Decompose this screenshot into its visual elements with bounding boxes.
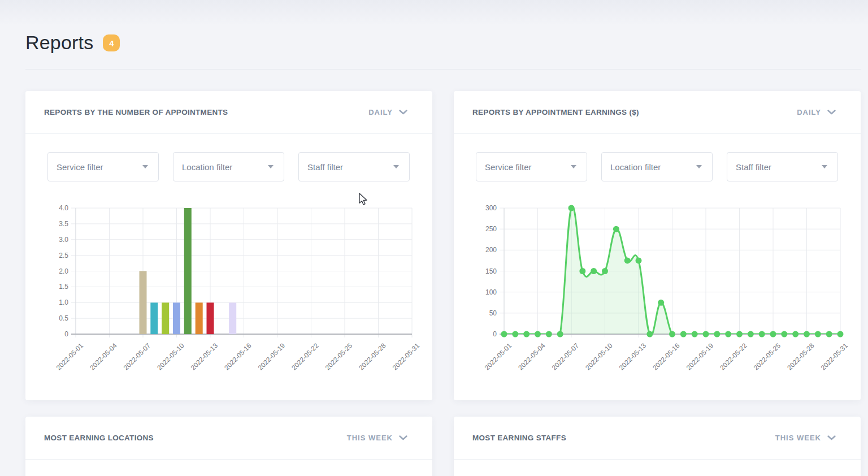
card-header-divider xyxy=(25,133,432,134)
earnings-line-chart: 2022-05-012022-05-042022-05-072022-05-10… xyxy=(454,196,861,386)
card-title: REPORTS BY APPOINTMENT EARNINGS ($) xyxy=(472,108,639,116)
period-selector[interactable]: THIS WEEK xyxy=(775,434,836,442)
location-filter-select[interactable]: Location filter xyxy=(601,152,713,181)
period-selector[interactable]: DAILY xyxy=(368,108,407,116)
svg-text:1.0: 1.0 xyxy=(59,298,68,306)
svg-text:3.0: 3.0 xyxy=(59,236,68,244)
chevron-down-icon xyxy=(399,110,407,115)
location-filter-select[interactable]: Location filter xyxy=(173,152,284,181)
chevron-down-icon xyxy=(399,435,407,440)
svg-text:2022-05-22: 2022-05-22 xyxy=(718,341,749,372)
card-most-earning-staffs: MOST EARNING STAFFS THIS WEEK xyxy=(454,417,861,476)
svg-text:2022-05-16: 2022-05-16 xyxy=(651,341,682,372)
card-header-divider xyxy=(25,459,432,460)
svg-text:2022-05-01: 2022-05-01 xyxy=(483,341,514,372)
filter-label: Staff filter xyxy=(307,162,343,172)
caret-down-icon xyxy=(268,165,274,168)
svg-text:2022-05-04: 2022-05-04 xyxy=(88,341,119,372)
svg-text:2022-05-28: 2022-05-28 xyxy=(785,341,816,372)
svg-text:200: 200 xyxy=(485,246,497,254)
service-filter-select[interactable]: Service filter xyxy=(47,152,159,181)
svg-text:2022-05-22: 2022-05-22 xyxy=(290,341,320,372)
appointments-bar-chart: 2022-05-012022-05-042022-05-072022-05-10… xyxy=(25,196,432,386)
filter-label: Staff filter xyxy=(736,162,771,172)
svg-text:2022-05-19: 2022-05-19 xyxy=(685,341,715,372)
card-header: MOST EARNING LOCATIONS THIS WEEK xyxy=(25,417,432,459)
period-selector[interactable]: DAILY xyxy=(797,108,836,116)
svg-text:2022-05-19: 2022-05-19 xyxy=(257,341,287,372)
filter-label: Service filter xyxy=(485,162,532,172)
caret-down-icon xyxy=(822,165,827,168)
svg-text:50: 50 xyxy=(489,309,497,317)
svg-text:0: 0 xyxy=(493,330,497,338)
caret-down-icon xyxy=(393,165,399,168)
svg-text:2022-05-07: 2022-05-07 xyxy=(122,341,153,372)
card-header: REPORTS BY APPOINTMENT EARNINGS ($) DAIL… xyxy=(454,91,861,133)
period-label: DAILY xyxy=(368,108,393,116)
svg-text:100: 100 xyxy=(485,288,497,296)
svg-text:4.0: 4.0 xyxy=(59,204,68,212)
svg-text:2022-05-10: 2022-05-10 xyxy=(584,341,614,372)
svg-text:2022-05-25: 2022-05-25 xyxy=(752,341,783,372)
card-title: MOST EARNING LOCATIONS xyxy=(44,434,154,442)
svg-text:2.5: 2.5 xyxy=(59,252,68,259)
staff-filter-select[interactable]: Staff filter xyxy=(727,152,838,181)
service-filter-select[interactable]: Service filter xyxy=(476,152,587,181)
mouse-cursor xyxy=(358,193,371,209)
svg-text:2022-05-01: 2022-05-01 xyxy=(55,341,85,372)
card-header: REPORTS BY THE NUMBER OF APPOINTMENTS DA… xyxy=(25,91,432,133)
svg-text:0: 0 xyxy=(64,330,68,338)
card-header: MOST EARNING STAFFS THIS WEEK xyxy=(454,417,861,459)
svg-text:2022-05-13: 2022-05-13 xyxy=(618,341,648,372)
svg-text:2022-05-16: 2022-05-16 xyxy=(223,341,253,372)
svg-text:2022-05-28: 2022-05-28 xyxy=(357,341,388,372)
caret-down-icon xyxy=(571,165,576,168)
svg-text:2022-05-07: 2022-05-07 xyxy=(550,341,581,372)
svg-text:300: 300 xyxy=(485,204,497,212)
filter-label: Service filter xyxy=(57,162,103,172)
card-title: REPORTS BY THE NUMBER OF APPOINTMENTS xyxy=(44,108,228,116)
period-label: THIS WEEK xyxy=(347,434,393,442)
svg-text:2022-05-31: 2022-05-31 xyxy=(391,341,422,372)
cards-grid: REPORTS BY THE NUMBER OF APPOINTMENTS DA… xyxy=(25,91,861,476)
period-selector[interactable]: THIS WEEK xyxy=(347,434,407,442)
svg-text:2022-05-13: 2022-05-13 xyxy=(189,341,220,372)
chevron-down-icon xyxy=(827,110,836,115)
svg-text:2022-05-10: 2022-05-10 xyxy=(155,341,186,372)
caret-down-icon xyxy=(142,165,148,168)
caret-down-icon xyxy=(696,165,702,168)
card-title: MOST EARNING STAFFS xyxy=(472,434,566,442)
card-earnings: REPORTS BY APPOINTMENT EARNINGS ($) DAIL… xyxy=(454,91,861,400)
svg-text:1.5: 1.5 xyxy=(59,283,68,291)
page-header: Reports 4 xyxy=(25,0,861,54)
filters-row: Service filter Location filter Staff fil… xyxy=(47,152,432,181)
card-header-divider xyxy=(454,133,861,134)
svg-text:150: 150 xyxy=(485,267,497,275)
filter-label: Location filter xyxy=(610,162,661,172)
filter-label: Location filter xyxy=(182,162,232,172)
chevron-down-icon xyxy=(827,435,836,440)
period-label: THIS WEEK xyxy=(775,434,821,442)
card-appointments: REPORTS BY THE NUMBER OF APPOINTMENTS DA… xyxy=(25,91,432,400)
page-divider xyxy=(25,69,861,70)
svg-text:250: 250 xyxy=(485,225,497,233)
count-badge: 4 xyxy=(103,34,120,51)
svg-text:2022-05-04: 2022-05-04 xyxy=(517,341,547,372)
svg-text:2022-05-31: 2022-05-31 xyxy=(819,341,850,372)
svg-text:3.5: 3.5 xyxy=(59,220,68,228)
page-title: Reports xyxy=(25,32,93,54)
filters-row: Service filter Location filter Staff fil… xyxy=(476,152,861,181)
reports-page: Reports 4 REPORTS BY THE NUMBER OF APPOI… xyxy=(0,0,868,476)
svg-text:0.5: 0.5 xyxy=(59,314,68,322)
svg-text:2.0: 2.0 xyxy=(59,267,68,275)
card-most-earning-locations: MOST EARNING LOCATIONS THIS WEEK xyxy=(25,417,432,476)
svg-text:2022-05-25: 2022-05-25 xyxy=(324,341,354,372)
staff-filter-select[interactable]: Staff filter xyxy=(298,152,410,181)
period-label: DAILY xyxy=(797,108,821,116)
card-header-divider xyxy=(454,459,861,460)
